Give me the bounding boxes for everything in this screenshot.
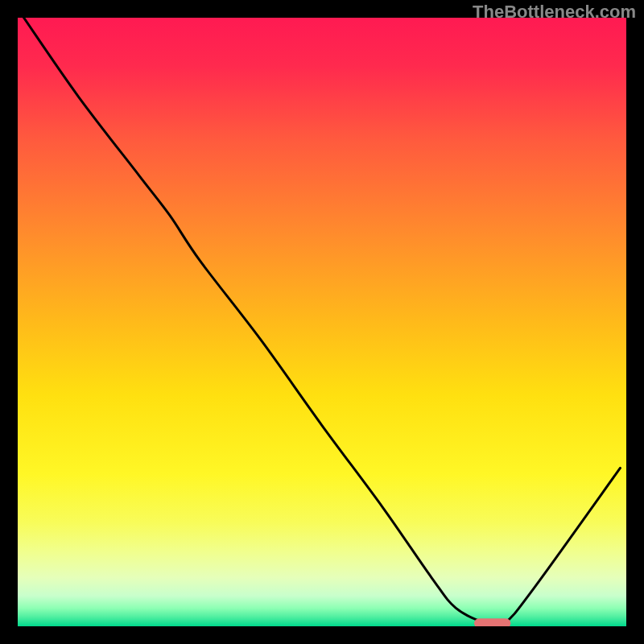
bottleneck-chart (18, 18, 626, 626)
gradient-background (18, 18, 626, 626)
minimum-marker (474, 618, 510, 626)
watermark-text: TheBottleneck.com (473, 2, 636, 23)
plot-area (18, 18, 626, 626)
chart-container: TheBottleneck.com (0, 0, 644, 644)
